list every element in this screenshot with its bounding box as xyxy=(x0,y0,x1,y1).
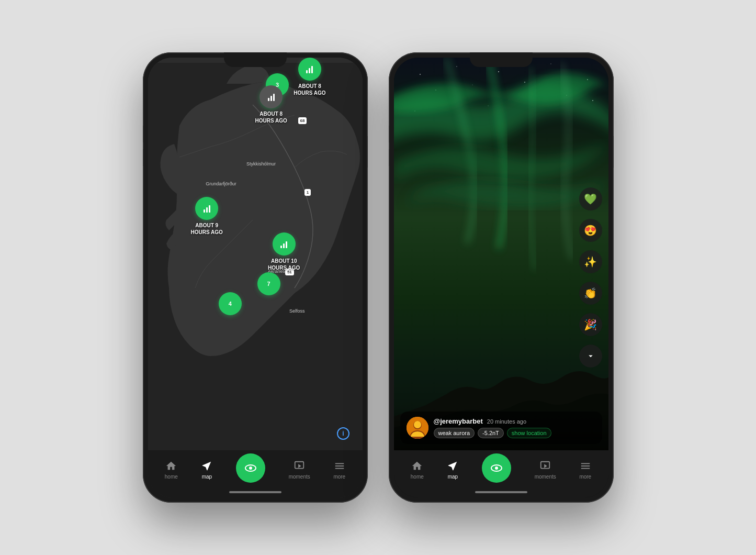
map-bottom-nav: home map moments more xyxy=(148,450,363,497)
pin-label-8h-gray: ABOUT 8HOURS AGO xyxy=(255,110,287,124)
info-bottom-nav: home map moments more xyxy=(394,450,608,497)
pin-circle-7: 7 xyxy=(257,272,280,295)
post-username: @jeremybarbet xyxy=(434,417,483,425)
nav-more-label-info: more xyxy=(579,474,591,480)
pin-circle-4: 4 xyxy=(219,292,242,315)
nav-map-label-map: map xyxy=(202,474,212,480)
nav-moments-info[interactable]: moments xyxy=(535,460,556,480)
home-indicator-map xyxy=(229,491,281,493)
pin-7[interactable]: 7 xyxy=(257,272,280,295)
nav-moments-map[interactable]: moments xyxy=(289,460,310,480)
pin-circle-10h xyxy=(273,232,296,256)
svg-point-23 xyxy=(414,421,421,428)
map-background: 3 ABOUT 8HOURS AGO xyxy=(148,58,363,456)
home-indicator-info xyxy=(475,491,527,493)
reaction-love[interactable]: 😍 xyxy=(579,219,602,242)
tag-weak-aurora[interactable]: weak aurora xyxy=(434,428,475,438)
svg-rect-5 xyxy=(335,463,344,464)
nav-center-info[interactable] xyxy=(482,453,511,483)
svg-marker-27 xyxy=(544,464,547,468)
nav-map-map[interactable]: map xyxy=(201,460,212,480)
pin-9h[interactable]: ABOUT 9HOURS AGO xyxy=(191,197,223,236)
aurora-background xyxy=(394,58,608,456)
pin-label-8h-top: ABOUT 8HOURS AGO xyxy=(294,83,325,96)
svg-point-2 xyxy=(249,467,252,470)
svg-rect-29 xyxy=(581,465,590,467)
svg-rect-7 xyxy=(335,468,344,469)
map-content: 3 ABOUT 8HOURS AGO xyxy=(148,58,363,497)
phone-map-screen: 3 ABOUT 8HOURS AGO xyxy=(148,58,363,497)
pin-8h-top[interactable]: ABOUT 8HOURS AGO xyxy=(294,58,325,96)
nav-more-info[interactable]: more xyxy=(579,460,591,480)
pin-circle-8h-top xyxy=(298,58,321,81)
info-circle[interactable]: i xyxy=(337,427,349,440)
svg-point-25 xyxy=(495,467,498,470)
info-content: 💚 😍 ✨ 👏 🎉 xyxy=(394,58,608,497)
reaction-heart[interactable]: 💚 xyxy=(579,187,602,210)
pin-circle-9h xyxy=(195,197,218,220)
phone-info-screen: 💚 😍 ✨ 👏 🎉 xyxy=(394,58,608,497)
reaction-party[interactable]: 🎉 xyxy=(579,313,602,336)
phone-map: 3 ABOUT 8HOURS AGO xyxy=(143,52,368,503)
pin-label-10h: ABOUT 10HOURS AGO xyxy=(268,258,300,271)
pin-8h-gray[interactable]: ABOUT 8HOURS AGO xyxy=(255,85,287,124)
pin-4[interactable]: 4 xyxy=(219,292,242,315)
svg-rect-28 xyxy=(581,463,590,464)
nav-map-label-info: map xyxy=(448,474,458,480)
nav-more-label-map: more xyxy=(333,474,345,480)
nav-center-map[interactable] xyxy=(236,453,265,483)
reaction-sidebar: 💚 😍 ✨ 👏 🎉 xyxy=(579,187,602,368)
svg-rect-30 xyxy=(581,468,590,469)
nav-map-info[interactable]: map xyxy=(447,460,458,480)
nav-moments-label-info: moments xyxy=(535,474,556,480)
pin-10h[interactable]: ABOUT 10HOURS AGO xyxy=(268,232,300,271)
reaction-sparkles[interactable]: ✨ xyxy=(579,250,602,273)
pin-label-9h: ABOUT 9HOURS AGO xyxy=(191,222,223,236)
road-badge-1: 1 xyxy=(304,189,311,196)
nav-home-info[interactable]: home xyxy=(411,460,424,480)
user-avatar xyxy=(407,417,428,439)
pin-circle-8h-gray xyxy=(259,85,283,108)
tag-nt[interactable]: -5.2nT xyxy=(478,428,504,438)
reaction-down[interactable] xyxy=(579,345,602,368)
post-info: @jeremybarbet 20 minutes ago weak aurora… xyxy=(434,417,596,438)
post-overlay: @jeremybarbet 20 minutes ago weak aurora… xyxy=(394,405,608,450)
nav-home-label-map: home xyxy=(165,474,178,480)
nav-more-map[interactable]: more xyxy=(333,460,345,480)
nav-home-label-info: home xyxy=(411,474,424,480)
road-badge-68: 68 xyxy=(298,117,307,124)
reaction-clap[interactable]: 👏 xyxy=(579,282,602,305)
nav-home-map[interactable]: home xyxy=(165,460,178,480)
svg-marker-4 xyxy=(298,464,301,468)
tag-show-location[interactable]: show location xyxy=(507,428,551,438)
post-tags: weak aurora -5.2nT show location xyxy=(434,428,596,438)
svg-rect-6 xyxy=(335,465,344,467)
post-card: @jeremybarbet 20 minutes ago weak aurora… xyxy=(400,412,602,444)
main-scene: 3 ABOUT 8HOURS AGO xyxy=(0,0,756,555)
post-time: 20 minutes ago xyxy=(487,418,526,425)
phone-info: 💚 😍 ✨ 👏 🎉 xyxy=(389,52,614,503)
nav-moments-label-map: moments xyxy=(289,474,310,480)
